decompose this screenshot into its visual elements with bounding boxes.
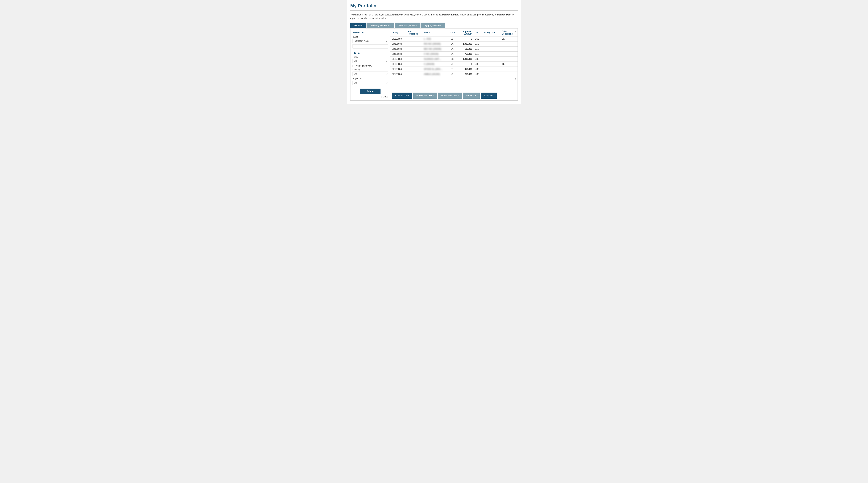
country-select[interactable]: All — [352, 71, 388, 76]
col-buyer: Buyer — [423, 29, 449, 36]
intro-text: To Manage Credit on a new buyer select A… — [350, 13, 518, 20]
tab-bar: Portfolio Pending Decisions Temporary Li… — [350, 23, 518, 28]
table-row[interactable]: CE108683(…510)US0USDEX — [391, 36, 518, 41]
table-row[interactable]: CE108683SFOOD SL (2654…ES350,000USD — [391, 67, 518, 72]
col-curr: Curr — [474, 29, 483, 36]
add-buyer-button[interactable]: ADD BUYER — [392, 93, 412, 99]
buyer-type-filter-select[interactable]: All — [352, 81, 388, 85]
tab-temporary-limits[interactable]: Temporary Limits — [395, 23, 421, 28]
policy-select[interactable]: All CE108683 CD108683 — [352, 59, 388, 63]
table-scroll[interactable]: ▲ Policy YourReference Buyer Ctry Approv… — [391, 29, 518, 91]
col-approved-amount: ApprovedAmount — [458, 29, 473, 36]
page-title: My Portfolio — [350, 3, 518, 8]
main-content: SEARCH Buyer Company Name Reference Numb… — [350, 28, 518, 100]
page-divider — [350, 10, 518, 10]
policy-label: Policy — [352, 56, 388, 58]
aggregated-view-checkbox[interactable] — [352, 65, 355, 67]
submit-button[interactable]: Submit — [360, 89, 380, 94]
export-button[interactable]: EXPORT — [481, 93, 497, 99]
filter-title: FILTER — [352, 51, 388, 54]
buyer-type-select[interactable]: Company Name Reference Number Policy Num… — [352, 39, 388, 43]
country-label: Country — [352, 68, 388, 71]
scroll-up-icon[interactable]: ▲ — [514, 30, 517, 33]
action-bar: ADD BUYER MANAGE LIMIT MANAGE DEBT DETAI… — [391, 91, 518, 100]
buyer-label: Buyer — [352, 36, 388, 38]
table-row[interactable]: CD108683BEC INC (259296)CA100,000CAD — [391, 47, 518, 52]
details-button[interactable]: DETAILS — [463, 93, 479, 99]
col-ctry: Ctry — [449, 29, 458, 36]
tab-aggregate-view[interactable]: Aggregate View — [421, 23, 445, 28]
portfolio-table: Policy YourReference Buyer Ctry Approved… — [391, 29, 518, 77]
search-input[interactable] — [352, 44, 388, 49]
search-title: SEARCH — [352, 31, 388, 34]
buyer-type-label: Buyer Type — [352, 78, 388, 80]
lines-count: 8 Lines — [352, 95, 388, 98]
tab-portfolio[interactable]: Portfolio — [350, 23, 367, 28]
tab-pending-decisions[interactable]: Pending Decisions — [367, 23, 394, 28]
aggregated-view-label: Aggregated View — [356, 65, 372, 67]
col-reference: YourReference — [406, 29, 423, 36]
col-expiry-date: Expiry Date — [483, 29, 500, 36]
table-row[interactable]: CE108683AMBLE (181282)US250,000USD — [391, 72, 518, 77]
table-row[interactable]: CD108683RIO INC (265306)CA1,000,000CAD — [391, 41, 518, 47]
table-wrapper: ▲ Policy YourReference Buyer Ctry Approv… — [391, 29, 518, 100]
scroll-down-icon[interactable]: ▼ — [514, 77, 517, 80]
sidebar: SEARCH Buyer Company Name Reference Numb… — [350, 29, 391, 100]
manage-limit-button[interactable]: MANAGE LIMIT — [413, 93, 437, 99]
manage-debt-button[interactable]: MANAGE DEBT — [438, 93, 462, 99]
table-row[interactable]: CD108683C INC (265436)CA750,000CAD — [391, 52, 518, 57]
col-policy: Policy — [391, 29, 406, 36]
table-row[interactable]: CE108683OLDINGS LIMIT…GB1,000,000USD — [391, 57, 518, 62]
table-row[interactable]: CE108683C (265439)US0USDEX — [391, 62, 518, 67]
